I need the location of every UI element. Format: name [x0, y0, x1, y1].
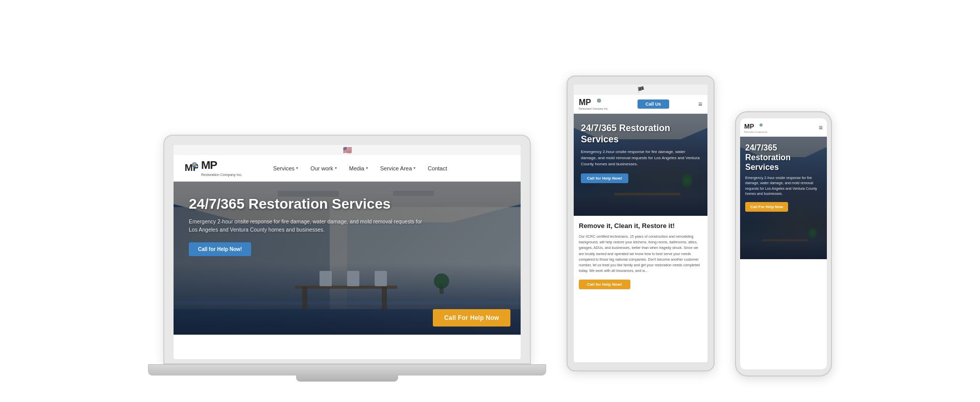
hero-bottom-cta-button[interactable]: Call For Help Now [433, 309, 510, 326]
tablet-hero-title: 24/7/365 Restoration Services [581, 123, 700, 145]
flag-icon: 🇺🇸 [343, 146, 352, 154]
tablet-logo: MP Restoration Company Inc. [579, 98, 608, 110]
tablet-hero: 24/7/365 Restoration Services Emergency … [574, 114, 707, 216]
nav-menu: Services ▾ Our work ▾ Media ▾ Service [273, 165, 447, 171]
tablet-call-button[interactable]: Call Us [638, 99, 670, 109]
service-area-chevron: ▾ [413, 166, 415, 170]
hero-title: 24/7/365 Restoration Services [189, 196, 424, 212]
nav-our-work[interactable]: Our work ▾ [310, 165, 337, 171]
tablet-hero-cta-button[interactable]: Call for Help Now! [581, 173, 628, 183]
phone-hero-title: 24/7/365 Restoration Services [745, 143, 822, 172]
tablet-logo-icon [593, 98, 602, 107]
phone-outer: MP Restoration Company Inc. ≡ [735, 111, 832, 376]
tablet-flag-icon: 🏴 [637, 86, 645, 93]
phone-logo: MP Restoration Company Inc. [744, 121, 768, 133]
tablet-logo-text: MP [579, 98, 608, 107]
laptop-base [148, 364, 546, 375]
nav-media[interactable]: Media ▾ [349, 165, 368, 171]
tablet-flag-bar: 🏴 [574, 85, 707, 95]
tablet-logo-subtitle: Restoration Company Inc. [579, 107, 608, 110]
services-chevron: ▾ [296, 166, 298, 170]
laptop-nav: MP MP Restoration Company Inc. Services [174, 155, 521, 182]
tablet-hamburger-icon[interactable]: ≡ [698, 100, 702, 108]
phone-hero-cta-button[interactable]: Call For Help Now [745, 202, 788, 212]
phone-hero: 24/7/365 Restoration Services Emergency … [740, 137, 827, 259]
tablet-body: Remove it, Clean it, Restore it! Our IIC… [574, 216, 707, 362]
media-chevron: ▾ [366, 166, 368, 170]
tablet-body-text: Our IICRC certified technicians, 15 year… [579, 234, 702, 273]
scene: 🇺🇸 MP MP Restoration Company Inc. [0, 0, 980, 402]
laptop-screen-outer: 🇺🇸 MP MP Restoration Company Inc. [163, 135, 531, 364]
tablet-section-title: Remove it, Clean it, Restore it! [579, 222, 702, 230]
phone-device: MP Restoration Company Inc. ≡ [735, 111, 832, 376]
phone-logo-text-block: MP Restoration Company Inc. [744, 121, 768, 133]
logo-main-text: MP [201, 159, 242, 172]
hero-subtitle: Emergency 2-hour onsite response for fir… [189, 217, 424, 234]
nav-contact[interactable]: Contact [428, 165, 447, 171]
phone-hero-subtitle: Emergency 2-hour onsite response for fir… [745, 175, 822, 197]
laptop-flag-bar: 🇺🇸 [174, 145, 521, 155]
laptop-hero: 24/7/365 Restoration Services Emergency … [174, 182, 521, 335]
mp-logo-icon: MP [184, 161, 198, 175]
logo-subtitle: Restoration Company Inc. [201, 173, 242, 177]
laptop-stand [296, 375, 398, 382]
tablet-screen: 🏴 MP Restoration Company Inc. [574, 85, 707, 362]
phone-hamburger-icon[interactable]: ≡ [819, 123, 823, 132]
tablet-device: 🏴 MP Restoration Company Inc. [567, 76, 715, 371]
phone-logo-subtitle: Restoration Company Inc. [744, 131, 768, 133]
hero-content: 24/7/365 Restoration Services Emergency … [174, 182, 439, 266]
phone-screen: MP Restoration Company Inc. ≡ [740, 118, 827, 369]
phone-nav: MP Restoration Company Inc. ≡ [740, 118, 827, 137]
tablet-hero-content: 24/7/365 Restoration Services Emergency … [574, 114, 707, 192]
phone-logo-icon [756, 123, 764, 130]
phone-logo-main: MP [744, 122, 754, 130]
tablet-hero-subtitle: Emergency 2-hour onsite response for fir… [581, 149, 700, 167]
phone-hero-content: 24/7/365 Restoration Services Emergency … [740, 137, 827, 218]
laptop-device: 🇺🇸 MP MP Restoration Company Inc. [148, 135, 546, 382]
laptop-logo: MP MP Restoration Company Inc. [184, 159, 242, 177]
nav-service-area[interactable]: Service Area ▾ [380, 165, 415, 171]
laptop-screen-inner: 🇺🇸 MP MP Restoration Company Inc. [174, 145, 521, 359]
nav-services[interactable]: Services ▾ [273, 165, 298, 171]
tablet-outer: 🏴 MP Restoration Company Inc. [567, 76, 715, 371]
tablet-body-cta-button[interactable]: Call for Help Now! [579, 280, 630, 289]
hero-primary-cta-button[interactable]: Call for Help Now! [189, 242, 251, 256]
our-work-chevron: ▾ [335, 166, 337, 170]
tablet-nav: MP Restoration Company Inc. Call Us ≡ [574, 95, 707, 114]
logo-text-block: MP Restoration Company Inc. [201, 159, 242, 177]
